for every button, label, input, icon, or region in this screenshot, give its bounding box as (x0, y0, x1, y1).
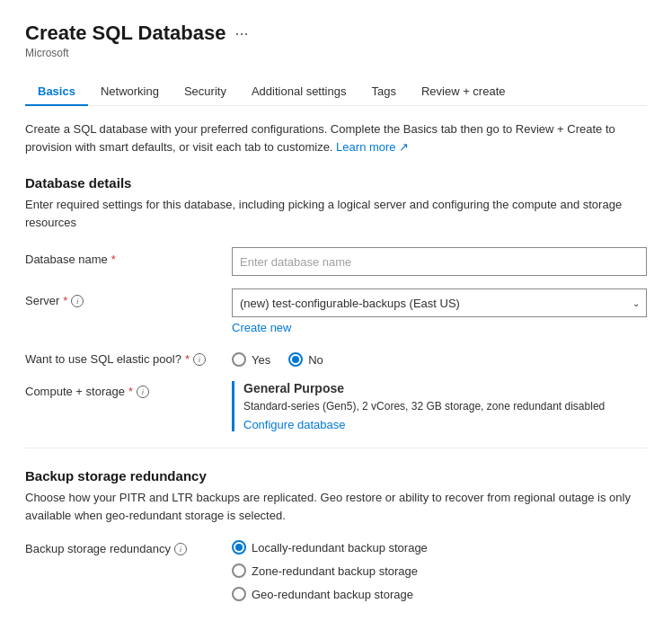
page-header: Create SQL Database ··· Microsoft (25, 22, 647, 59)
elastic-pool-no-label: No (308, 353, 323, 367)
page-subtitle: Microsoft (25, 47, 647, 59)
server-select-wrapper: (new) test-configurable-backups (East US… (232, 288, 647, 317)
required-indicator: * (128, 385, 133, 398)
server-row: Server * i (new) test-configurable-backu… (25, 288, 647, 334)
tab-networking[interactable]: Networking (88, 77, 172, 105)
create-new-server-link[interactable]: Create new (232, 321, 647, 334)
server-select[interactable]: (new) test-configurable-backups (East US… (232, 288, 647, 317)
backup-redundancy-radio-group: Locally-redundant backup storage Zone-re… (232, 537, 647, 601)
database-details-title: Database details (25, 175, 647, 191)
compute-storage-label: Compute + storage * i (25, 379, 232, 398)
backup-redundancy-label: Backup storage redundancy i (25, 537, 232, 555)
zone-redundant-option[interactable]: Zone-redundant backup storage (232, 563, 647, 578)
tab-security[interactable]: Security (172, 77, 239, 105)
elastic-pool-no-option[interactable]: No (288, 352, 323, 367)
backup-redundancy-field: Locally-redundant backup storage Zone-re… (232, 537, 647, 601)
elastic-pool-yes-label: Yes (252, 353, 270, 367)
learn-more-link[interactable]: Learn more ↗ (336, 140, 409, 154)
zone-redundant-radio[interactable] (232, 563, 246, 578)
elastic-pool-field: Yes No (232, 347, 647, 367)
geo-redundant-label: Geo-redundant backup storage (252, 588, 413, 601)
configure-database-link[interactable]: Configure database (243, 418, 647, 431)
more-options-button[interactable]: ··· (234, 24, 248, 43)
compute-tier-details: Standard-series (Gen5), 2 vCores, 32 GB … (243, 398, 647, 414)
locally-redundant-label: Locally-redundant backup storage (252, 541, 428, 555)
compute-storage-info-icon[interactable]: i (137, 386, 149, 398)
locally-redundant-radio[interactable] (232, 540, 246, 555)
backup-redundancy-info-icon[interactable]: i (174, 543, 187, 555)
tab-basics[interactable]: Basics (25, 77, 88, 105)
database-name-label: Database name * (25, 247, 232, 266)
elastic-pool-label: Want to use SQL elastic pool? * i (25, 347, 232, 366)
page-title: Create SQL Database (25, 22, 225, 45)
elastic-pool-yes-option[interactable]: Yes (232, 352, 270, 367)
tab-review-create[interactable]: Review + create (409, 77, 518, 105)
tab-bar: Basics Networking Security Additional se… (25, 77, 647, 106)
database-details-description: Enter required settings for this databas… (25, 196, 647, 231)
server-label: Server * i (25, 288, 232, 307)
elastic-pool-radio-group: Yes No (232, 347, 647, 367)
required-indicator: * (185, 352, 190, 366)
section-divider (25, 448, 647, 448)
backup-redundancy-description: Choose how your PITR and LTR backups are… (25, 489, 647, 524)
tab-description: Create a SQL database with your preferre… (25, 120, 647, 155)
tab-tags[interactable]: Tags (358, 77, 408, 105)
elastic-pool-row: Want to use SQL elastic pool? * i Yes No (25, 347, 647, 367)
chevron-down-icon: ⌄ (632, 298, 640, 308)
database-name-field (232, 247, 647, 276)
elastic-pool-yes-radio[interactable] (232, 352, 246, 367)
compute-storage-field: General Purpose Standard-series (Gen5), … (232, 379, 647, 431)
zone-redundant-label: Zone-redundant backup storage (252, 564, 418, 578)
required-indicator: * (111, 253, 116, 266)
tab-additional-settings[interactable]: Additional settings (239, 77, 359, 105)
compute-storage-box: General Purpose Standard-series (Gen5), … (232, 381, 647, 431)
elastic-pool-no-radio[interactable] (288, 352, 303, 367)
compute-tier-title: General Purpose (243, 381, 647, 395)
backup-redundancy-title: Backup storage redundancy (25, 468, 647, 484)
locally-redundant-option[interactable]: Locally-redundant backup storage (232, 540, 647, 555)
external-link-icon: ↗ (399, 140, 409, 154)
backup-redundancy-row: Backup storage redundancy i Locally-redu… (25, 537, 647, 601)
elastic-pool-info-icon[interactable]: i (193, 353, 206, 366)
database-name-row: Database name * (25, 247, 647, 276)
geo-redundant-option[interactable]: Geo-redundant backup storage (232, 587, 647, 601)
required-indicator: * (63, 294, 67, 307)
geo-redundant-radio[interactable] (232, 587, 246, 601)
server-field: (new) test-configurable-backups (East US… (232, 288, 647, 334)
compute-storage-row: Compute + storage * i General Purpose St… (25, 379, 647, 431)
database-name-input[interactable] (232, 247, 647, 276)
server-info-icon[interactable]: i (71, 295, 84, 307)
